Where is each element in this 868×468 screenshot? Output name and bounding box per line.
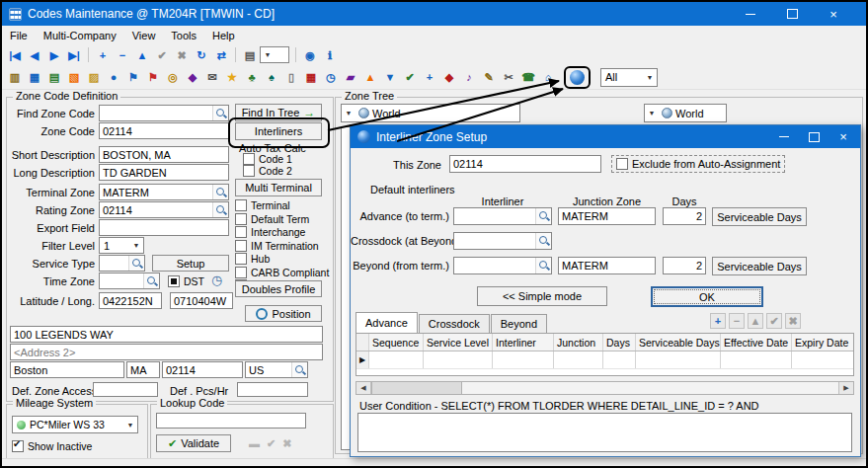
document-icon[interactable]: ▯ bbox=[283, 69, 299, 85]
phone-icon[interactable]: ☎ bbox=[520, 69, 536, 85]
latitude-input[interactable] bbox=[100, 293, 161, 308]
close-button[interactable]: × bbox=[829, 125, 858, 148]
lookup-code-field[interactable] bbox=[156, 413, 306, 429]
this-zone-input[interactable] bbox=[450, 156, 600, 172]
simple-mode-button[interactable]: << Simple mode bbox=[477, 286, 607, 306]
grid-cell[interactable] bbox=[721, 351, 792, 368]
lookup-code-input[interactable] bbox=[157, 414, 305, 428]
time-zone-field[interactable] bbox=[99, 273, 160, 289]
search-icon[interactable] bbox=[212, 106, 228, 120]
validate-button[interactable]: ✔ Validate bbox=[156, 434, 231, 452]
grid-cell[interactable] bbox=[792, 351, 854, 368]
short-description-input[interactable] bbox=[100, 147, 228, 162]
search-icon[interactable] bbox=[212, 202, 228, 217]
horizontal-scrollbar[interactable]: ◀ ▶ bbox=[355, 381, 854, 395]
edit-record-icon[interactable]: ▲ bbox=[134, 47, 150, 63]
scroll-right-icon[interactable]: ▶ bbox=[838, 382, 853, 394]
this-zone-field[interactable] bbox=[449, 155, 601, 173]
report-icon[interactable]: ▧ bbox=[66, 69, 82, 85]
search-icon[interactable] bbox=[535, 208, 551, 224]
multi-terminal-button[interactable]: Multi Terminal bbox=[235, 179, 322, 196]
rating-zone-input[interactable] bbox=[100, 202, 212, 217]
latitude-field[interactable] bbox=[99, 292, 162, 309]
grid-cell[interactable] bbox=[493, 351, 554, 368]
about-icon[interactable]: ℹ bbox=[322, 47, 338, 63]
red-flag-icon[interactable]: ⚑ bbox=[145, 69, 161, 85]
print-icon[interactable]: ▤ bbox=[242, 47, 258, 63]
beyond-junction-field[interactable] bbox=[558, 257, 656, 274]
scrollbar-track[interactable] bbox=[462, 382, 838, 394]
code1-checkbox[interactable] bbox=[243, 153, 255, 165]
address-line2-field[interactable] bbox=[10, 344, 323, 360]
scroll-left-icon[interactable]: ◀ bbox=[356, 382, 371, 394]
minimize-button[interactable] bbox=[730, 2, 771, 26]
last-record-icon[interactable]: ▶| bbox=[66, 47, 82, 63]
advance-serviceable-days-button[interactable]: Serviceable Days bbox=[712, 207, 807, 226]
flag-checkbox[interactable] bbox=[235, 253, 247, 265]
search-icon[interactable] bbox=[291, 362, 307, 377]
filter-dropdown[interactable]: All ▼ bbox=[600, 68, 658, 87]
exclude-auto-assignment-checkbox[interactable] bbox=[616, 158, 628, 170]
mail-icon[interactable]: ✉ bbox=[204, 69, 220, 85]
minimize-button[interactable] bbox=[769, 125, 799, 148]
transfer-icon[interactable]: ⇄ bbox=[213, 47, 229, 63]
folder-icon[interactable]: ▨ bbox=[86, 69, 102, 85]
flag-checkbox[interactable] bbox=[235, 267, 247, 278]
terminal-zone-input[interactable] bbox=[100, 185, 212, 199]
beyond-interliner-input[interactable] bbox=[454, 258, 535, 273]
grid-cell[interactable] bbox=[369, 351, 424, 368]
time-zone-input[interactable] bbox=[100, 273, 143, 288]
globe-icon[interactable]: ● bbox=[106, 69, 121, 85]
post-row-icon[interactable]: ✔ bbox=[766, 313, 782, 329]
longitude-field[interactable] bbox=[170, 292, 233, 309]
grid-cell[interactable] bbox=[554, 351, 603, 368]
grid-empty-row[interactable]: ▶ bbox=[356, 351, 853, 369]
code2-checkbox[interactable] bbox=[243, 165, 255, 177]
def-zone-access-field[interactable] bbox=[93, 382, 158, 397]
short-description-field[interactable] bbox=[99, 146, 229, 163]
advance-interliner-input[interactable] bbox=[454, 208, 535, 224]
advance-interliner-field[interactable] bbox=[453, 207, 552, 225]
table-icon[interactable]: ▦ bbox=[27, 69, 42, 85]
clock-icon[interactable]: ◷ bbox=[211, 273, 222, 287]
crossdock-interliner-field[interactable] bbox=[453, 232, 552, 250]
city-field[interactable] bbox=[10, 361, 124, 378]
menu-item[interactable]: Help bbox=[204, 30, 243, 41]
setup-button[interactable]: Setup bbox=[152, 255, 229, 272]
city-input[interactable] bbox=[11, 362, 123, 377]
beyond-junction-input[interactable] bbox=[559, 258, 655, 273]
grid-cell[interactable] bbox=[636, 351, 721, 368]
search-icon[interactable] bbox=[143, 273, 159, 288]
calendar-icon[interactable]: ▦ bbox=[303, 69, 319, 85]
beyond-interliner-field[interactable] bbox=[453, 257, 552, 274]
beyond-days-field[interactable] bbox=[663, 257, 706, 274]
save-icon[interactable]: ✔ bbox=[154, 47, 170, 63]
add-row-icon[interactable]: + bbox=[710, 313, 726, 329]
interliner-zones-icon[interactable] bbox=[570, 70, 585, 85]
service-type-field[interactable] bbox=[99, 255, 145, 272]
grid-cell[interactable] bbox=[424, 351, 493, 368]
ok-button[interactable]: OK bbox=[651, 286, 763, 307]
dst-checkbox[interactable] bbox=[168, 275, 180, 287]
plus-icon[interactable]: + bbox=[422, 69, 437, 85]
service-type-input[interactable] bbox=[100, 256, 128, 271]
list-icon[interactable]: ▤ bbox=[46, 69, 62, 85]
doubles-profile-button[interactable]: Doubles Profile bbox=[235, 280, 322, 297]
add-record-icon[interactable]: + bbox=[95, 47, 111, 63]
long-description-field[interactable] bbox=[99, 164, 229, 181]
menu-item[interactable]: Tools bbox=[163, 30, 204, 41]
export-field-field[interactable] bbox=[99, 219, 229, 236]
pencil-icon[interactable]: ✎ bbox=[481, 69, 497, 85]
music-note-icon[interactable]: ♪ bbox=[461, 69, 477, 85]
diamond-icon[interactable]: ◆ bbox=[185, 69, 200, 85]
notes-icon[interactable]: ▥ bbox=[7, 69, 23, 85]
menu-item[interactable]: Multi-Company bbox=[36, 30, 124, 41]
up-arrow-icon[interactable]: ▲ bbox=[362, 69, 378, 85]
longitude-input[interactable] bbox=[171, 293, 232, 308]
menu-item[interactable]: View bbox=[124, 30, 164, 41]
crossdock-interliner-input[interactable] bbox=[454, 233, 535, 249]
find-in-tree-button[interactable]: Find In Tree → bbox=[235, 104, 322, 121]
down-arrow-icon[interactable]: ▼ bbox=[382, 69, 398, 85]
grid-header-cell[interactable]: Effective Date bbox=[721, 334, 792, 351]
flag-checkbox[interactable] bbox=[235, 213, 247, 225]
